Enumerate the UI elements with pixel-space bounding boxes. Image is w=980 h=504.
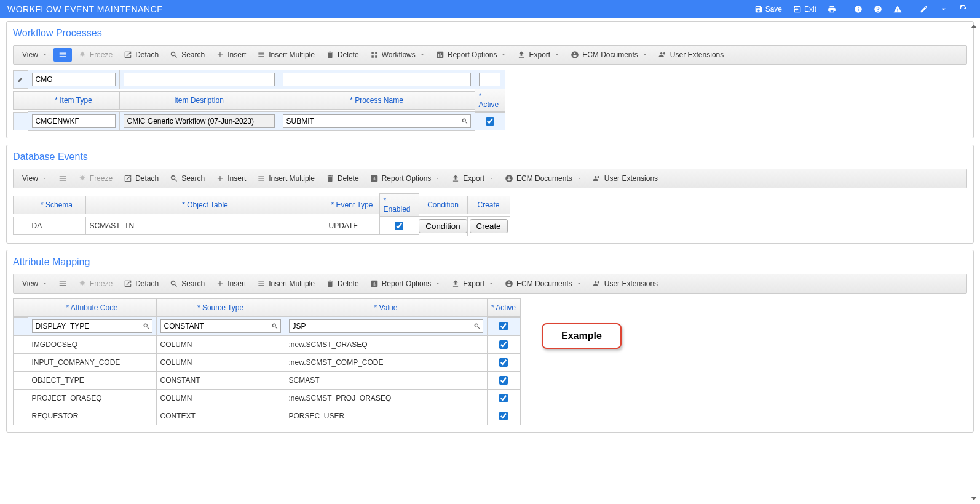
tb-view[interactable]: View <box>17 48 52 62</box>
attribute-code-input[interactable] <box>33 322 141 330</box>
col-source-type[interactable]: * Source Type <box>156 298 285 317</box>
am-row[interactable]: IMGDOCSEQCOLUMN:new.SCMST_ORASEQ <box>13 335 967 353</box>
col-item-type[interactable]: * Item Type <box>28 91 120 110</box>
row-selector[interactable] <box>13 317 28 335</box>
exit-button[interactable]: Exit <box>788 2 821 16</box>
tb-detach-detach[interactable]: Detach <box>119 172 164 185</box>
wp-data-row[interactable] <box>13 111 967 130</box>
lookup-icon[interactable] <box>269 322 280 330</box>
tb-ecm-ecm_documents[interactable]: ECM Documents <box>566 48 652 62</box>
tb-detach-detach[interactable]: Detach <box>119 277 164 290</box>
tb-detach-detach[interactable]: Detach <box>119 48 164 62</box>
source-type-lookup[interactable] <box>160 319 281 333</box>
col-attribute-code[interactable]: * Attribute Code <box>28 298 157 317</box>
attribute-code-lookup[interactable] <box>32 319 152 333</box>
col-condition[interactable]: Condition <box>419 196 468 214</box>
tb-export-export[interactable]: Export <box>446 277 499 290</box>
condition-button[interactable]: Condition <box>419 219 467 233</box>
tb-toggle[interactable] <box>53 172 72 185</box>
tb-export-export[interactable]: Export <box>446 172 499 185</box>
active-checkbox[interactable] <box>486 117 494 126</box>
lookup-icon[interactable] <box>141 322 152 330</box>
col-event-type[interactable]: * Event Type <box>325 196 380 214</box>
tb-search-search[interactable]: Search <box>165 48 210 62</box>
tb-search-search[interactable]: Search <box>165 277 210 290</box>
tb-insert-insert[interactable]: Insert <box>211 172 251 185</box>
tb-toggle[interactable] <box>53 277 72 290</box>
row-selector[interactable] <box>13 112 28 130</box>
source-type-input[interactable] <box>161 322 269 330</box>
active-checkbox[interactable] <box>499 340 508 349</box>
filter-item-description[interactable] <box>124 73 275 86</box>
am-row[interactable]: INPUT_COMPANY_CODECOLUMN:new.SCMST_COMP_… <box>13 353 967 371</box>
col-active[interactable]: * Active <box>475 89 505 112</box>
tb-ecm-ecm_documents[interactable]: ECM Documents <box>500 172 587 185</box>
tb-view[interactable]: View <box>17 172 52 185</box>
am-row[interactable] <box>13 316 967 335</box>
row-selector[interactable] <box>13 407 28 425</box>
edit-button[interactable] <box>915 2 933 16</box>
row-selector[interactable] <box>13 389 28 407</box>
am-row[interactable]: OBJECT_TYPECONSTANTSCMAST <box>13 371 967 389</box>
info-button[interactable] <box>849 2 867 16</box>
tb-userext-user_extensions[interactable]: User Extensions <box>588 172 663 185</box>
active-checkbox[interactable] <box>499 358 508 367</box>
tb-insertm-insert_multiple[interactable]: Insert Multiple <box>252 172 320 185</box>
col-enabled[interactable]: * Enabled <box>379 193 419 217</box>
am-row[interactable]: REQUESTORCONTEXTPORSEC_USER <box>13 407 967 425</box>
tb-insertm-insert_multiple[interactable]: Insert Multiple <box>252 277 320 290</box>
refresh-button[interactable] <box>954 2 973 16</box>
value-lookup[interactable] <box>289 319 483 333</box>
tb-workflows-workflows[interactable]: Workflows <box>365 48 430 62</box>
scroll-up-icon[interactable] <box>971 25 977 28</box>
tb-delete-delete[interactable]: Delete <box>321 277 364 290</box>
col-schema[interactable]: * Schema <box>28 196 86 214</box>
help-button[interactable] <box>869 2 887 16</box>
tb-search-search[interactable]: Search <box>165 172 210 185</box>
de-data-row[interactable]: DA SCMAST_TN UPDATE Condition Create <box>13 216 967 236</box>
col-active[interactable]: * Active <box>487 298 521 317</box>
lookup-icon[interactable] <box>459 118 470 125</box>
active-checkbox[interactable] <box>499 412 508 420</box>
print-button[interactable] <box>823 2 841 16</box>
tb-insert-insert[interactable]: Insert <box>211 277 251 290</box>
item-type-lookup[interactable] <box>32 114 116 128</box>
row-selector[interactable] <box>13 371 28 390</box>
vertical-scrollbar[interactable] <box>969 25 979 445</box>
row-selector[interactable] <box>13 217 28 235</box>
process-name-input[interactable] <box>283 117 459 126</box>
tb-delete-delete[interactable]: Delete <box>321 48 364 62</box>
filter-active[interactable] <box>479 73 500 86</box>
tb-insertm-insert_multiple[interactable]: Insert Multiple <box>252 48 320 62</box>
tb-insert-insert[interactable]: Insert <box>211 48 251 62</box>
process-name-lookup[interactable] <box>283 114 471 128</box>
active-checkbox[interactable] <box>499 322 508 330</box>
save-button[interactable]: Save <box>749 2 787 16</box>
am-row[interactable]: PROJECT_ORASEQCOLUMN:new.SCMST_PROJ_ORAS… <box>13 389 967 407</box>
tb-delete-delete[interactable]: Delete <box>321 172 364 185</box>
item-type-input[interactable] <box>33 117 131 126</box>
tb-report-report_options[interactable]: Report Options <box>365 172 446 185</box>
filter-item-type[interactable] <box>32 73 116 86</box>
create-button[interactable]: Create <box>470 219 508 233</box>
tb-view[interactable]: View <box>17 277 52 290</box>
enabled-checkbox[interactable] <box>395 222 403 230</box>
lookup-icon[interactable] <box>472 322 483 330</box>
tb-export-export[interactable]: Export <box>512 48 564 62</box>
col-object-table[interactable]: * Object Table <box>85 196 325 214</box>
tb-userext-user_extensions[interactable]: User Extensions <box>654 48 729 62</box>
active-checkbox[interactable] <box>499 376 508 385</box>
tb-toggle[interactable] <box>53 48 72 62</box>
filter-process-name[interactable] <box>283 73 471 86</box>
col-item-description[interactable]: Item Desription <box>119 91 279 110</box>
alert-button[interactable] <box>888 2 907 16</box>
row-selector[interactable] <box>13 353 28 372</box>
col-value[interactable]: * Value <box>285 298 488 317</box>
value-input[interactable] <box>290 322 472 330</box>
dropdown-button[interactable] <box>935 2 953 16</box>
tb-ecm-ecm_documents[interactable]: ECM Documents <box>500 277 587 290</box>
filter-handle[interactable] <box>13 70 28 89</box>
tb-userext-user_extensions[interactable]: User Extensions <box>588 277 663 290</box>
row-selector[interactable] <box>13 335 28 354</box>
tb-report-report_options[interactable]: Report Options <box>365 277 446 290</box>
